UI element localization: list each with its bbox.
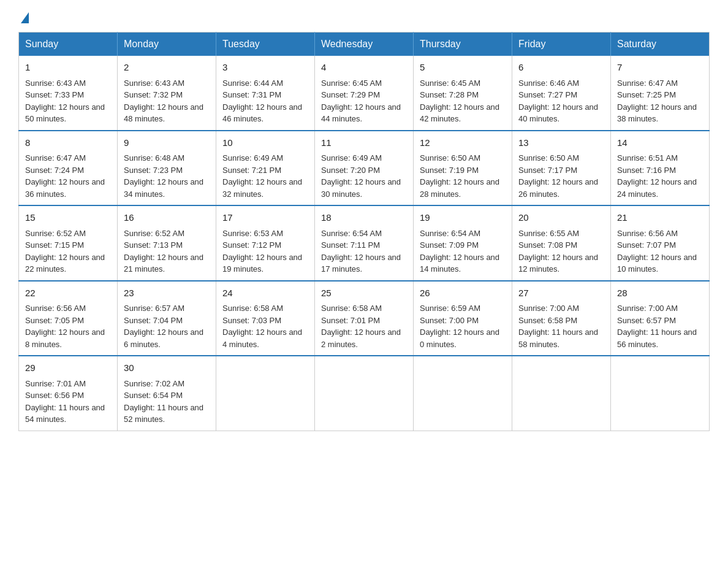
logo [18,12,29,21]
day-cell [315,356,414,431]
header-row: SundayMondayTuesdayWednesdayThursdayFrid… [19,33,710,56]
day-number: 7 [617,61,703,75]
week-row-2: 8Sunrise: 6:47 AMSunset: 7:24 PMDaylight… [19,131,710,206]
day-number: 24 [222,286,308,301]
day-number: 16 [124,211,210,225]
day-number: 30 [124,361,210,375]
day-cell: 29Sunrise: 7:01 AMSunset: 6:56 PMDayligh… [19,356,118,431]
day-number: 9 [124,136,210,150]
day-info: Sunrise: 6:54 AMSunset: 7:09 PMDaylight:… [420,229,499,274]
day-number: 1 [25,61,111,75]
day-number: 11 [321,136,407,150]
day-info: Sunrise: 6:52 AMSunset: 7:15 PMDaylight:… [25,229,105,274]
day-cell [512,356,611,431]
day-cell: 16Sunrise: 6:52 AMSunset: 7:13 PMDayligh… [118,205,216,281]
day-cell: 24Sunrise: 6:58 AMSunset: 7:03 PMDayligh… [216,281,315,356]
header-friday: Friday [512,33,611,56]
day-info: Sunrise: 7:02 AMSunset: 6:54 PMDaylight:… [124,379,203,424]
day-cell: 25Sunrise: 6:58 AMSunset: 7:01 PMDayligh… [315,281,414,356]
day-info: Sunrise: 6:44 AMSunset: 7:31 PMDaylight:… [222,79,302,124]
day-number: 14 [617,136,703,150]
day-cell: 2Sunrise: 6:43 AMSunset: 7:32 PMDaylight… [118,56,216,131]
day-info: Sunrise: 6:58 AMSunset: 7:03 PMDaylight:… [222,304,302,349]
day-number: 26 [420,286,506,301]
day-info: Sunrise: 6:49 AMSunset: 7:21 PMDaylight:… [222,153,302,199]
day-cell: 28Sunrise: 7:00 AMSunset: 6:57 PMDayligh… [611,281,710,356]
day-cell: 4Sunrise: 6:45 AMSunset: 7:29 PMDaylight… [315,56,414,131]
day-info: Sunrise: 6:43 AMSunset: 7:33 PMDaylight:… [25,79,105,124]
day-number: 23 [124,286,210,301]
day-number: 10 [222,136,308,150]
day-cell [216,356,315,431]
day-number: 21 [617,211,703,225]
day-number: 13 [518,136,604,150]
day-info: Sunrise: 6:56 AMSunset: 7:05 PMDaylight:… [25,304,105,349]
logo-arrow-icon [21,12,29,23]
page-header [18,12,710,21]
week-row-5: 29Sunrise: 7:01 AMSunset: 6:56 PMDayligh… [19,356,710,431]
day-number: 29 [25,361,111,375]
day-number: 17 [222,211,308,225]
day-info: Sunrise: 7:00 AMSunset: 6:57 PMDaylight:… [617,304,697,349]
day-number: 22 [25,286,111,301]
day-cell: 14Sunrise: 6:51 AMSunset: 7:16 PMDayligh… [611,131,710,206]
day-info: Sunrise: 7:01 AMSunset: 6:56 PMDaylight:… [25,379,105,424]
day-cell [414,356,512,431]
day-info: Sunrise: 7:00 AMSunset: 6:58 PMDaylight:… [518,304,598,349]
day-info: Sunrise: 6:50 AMSunset: 7:19 PMDaylight:… [420,153,499,199]
day-cell: 5Sunrise: 6:45 AMSunset: 7:28 PMDaylight… [414,56,512,131]
day-cell: 21Sunrise: 6:56 AMSunset: 7:07 PMDayligh… [611,205,710,281]
day-info: Sunrise: 6:47 AMSunset: 7:25 PMDaylight:… [617,79,697,124]
day-cell: 19Sunrise: 6:54 AMSunset: 7:09 PMDayligh… [414,205,512,281]
day-cell: 22Sunrise: 6:56 AMSunset: 7:05 PMDayligh… [19,281,118,356]
logo-blue-part [18,12,29,21]
header-monday: Monday [118,33,216,56]
day-cell: 10Sunrise: 6:49 AMSunset: 7:21 PMDayligh… [216,131,315,206]
header-thursday: Thursday [414,33,512,56]
day-number: 3 [222,61,308,75]
day-cell: 27Sunrise: 7:00 AMSunset: 6:58 PMDayligh… [512,281,611,356]
day-number: 2 [124,61,210,75]
week-row-1: 1Sunrise: 6:43 AMSunset: 7:33 PMDaylight… [19,56,710,131]
header-sunday: Sunday [19,33,118,56]
day-info: Sunrise: 6:55 AMSunset: 7:08 PMDaylight:… [518,229,598,274]
day-number: 27 [518,286,604,301]
day-info: Sunrise: 6:58 AMSunset: 7:01 PMDaylight:… [321,304,401,349]
day-info: Sunrise: 6:54 AMSunset: 7:11 PMDaylight:… [321,229,401,274]
day-info: Sunrise: 6:52 AMSunset: 7:13 PMDaylight:… [124,229,203,274]
day-info: Sunrise: 6:57 AMSunset: 7:04 PMDaylight:… [124,304,203,349]
day-info: Sunrise: 6:45 AMSunset: 7:29 PMDaylight:… [321,79,401,124]
day-cell: 3Sunrise: 6:44 AMSunset: 7:31 PMDaylight… [216,56,315,131]
day-cell: 12Sunrise: 6:50 AMSunset: 7:19 PMDayligh… [414,131,512,206]
day-number: 6 [518,61,604,75]
day-number: 25 [321,286,407,301]
day-cell: 18Sunrise: 6:54 AMSunset: 7:11 PMDayligh… [315,205,414,281]
header-tuesday: Tuesday [216,33,315,56]
day-info: Sunrise: 6:48 AMSunset: 7:23 PMDaylight:… [124,153,203,199]
day-number: 19 [420,211,506,225]
day-info: Sunrise: 6:53 AMSunset: 7:12 PMDaylight:… [222,229,302,274]
day-cell: 8Sunrise: 6:47 AMSunset: 7:24 PMDaylight… [19,131,118,206]
day-info: Sunrise: 6:46 AMSunset: 7:27 PMDaylight:… [518,79,598,124]
day-number: 4 [321,61,407,75]
day-number: 28 [617,286,703,301]
day-number: 8 [25,136,111,150]
day-cell: 26Sunrise: 6:59 AMSunset: 7:00 PMDayligh… [414,281,512,356]
day-cell: 13Sunrise: 6:50 AMSunset: 7:17 PMDayligh… [512,131,611,206]
day-cell: 17Sunrise: 6:53 AMSunset: 7:12 PMDayligh… [216,205,315,281]
day-cell: 11Sunrise: 6:49 AMSunset: 7:20 PMDayligh… [315,131,414,206]
day-info: Sunrise: 6:50 AMSunset: 7:17 PMDaylight:… [518,153,598,199]
week-row-4: 22Sunrise: 6:56 AMSunset: 7:05 PMDayligh… [19,281,710,356]
day-cell: 7Sunrise: 6:47 AMSunset: 7:25 PMDaylight… [611,56,710,131]
day-info: Sunrise: 6:43 AMSunset: 7:32 PMDaylight:… [124,79,203,124]
day-cell: 23Sunrise: 6:57 AMSunset: 7:04 PMDayligh… [118,281,216,356]
day-cell: 6Sunrise: 6:46 AMSunset: 7:27 PMDaylight… [512,56,611,131]
day-number: 20 [518,211,604,225]
day-number: 18 [321,211,407,225]
day-cell: 15Sunrise: 6:52 AMSunset: 7:15 PMDayligh… [19,205,118,281]
day-info: Sunrise: 6:56 AMSunset: 7:07 PMDaylight:… [617,229,697,274]
day-number: 5 [420,61,506,75]
day-cell: 30Sunrise: 7:02 AMSunset: 6:54 PMDayligh… [118,356,216,431]
day-info: Sunrise: 6:47 AMSunset: 7:24 PMDaylight:… [25,153,105,199]
day-cell [611,356,710,431]
